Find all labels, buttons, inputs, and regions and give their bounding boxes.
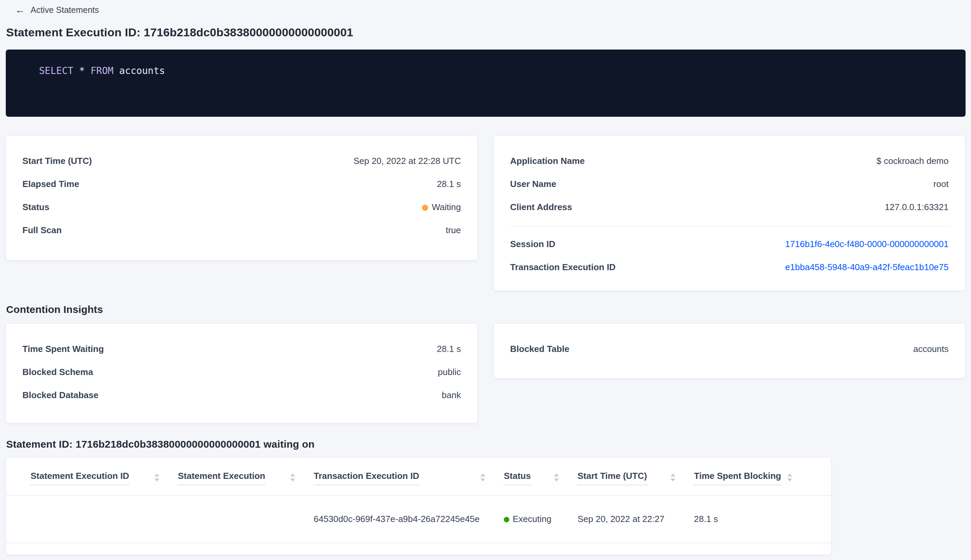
kv-row-time-spent-waiting: Time Spent Waiting 28.1 s <box>22 337 461 360</box>
blocked-schema-value: public <box>438 367 461 377</box>
blocked-schema-label: Blocked Schema <box>22 367 93 377</box>
user-name-value: root <box>933 179 949 189</box>
cell-time-spent-blocking: 28.1 s <box>694 514 811 524</box>
active-statement-details-page: ← Active Statements Statement Execution … <box>0 0 971 555</box>
client-address-label: Client Address <box>510 202 572 212</box>
contention-insights-heading: Contention Insights <box>6 304 965 315</box>
kv-row-user-name: User Name root <box>510 172 949 195</box>
column-header-label: Statement Execution <box>178 471 265 485</box>
blocked-table-value: accounts <box>913 344 949 354</box>
sql-keyword-select: SELECT <box>39 65 73 77</box>
transaction-execution-id-link[interactable]: e1bba458-5948-40a9-a42f-5feac1b10e75 <box>785 262 949 273</box>
back-arrow-icon: ← <box>15 5 25 15</box>
contention-cards-row: Time Spent Waiting 28.1 s Blocked Schema… <box>6 323 965 423</box>
cell-status-text: Executing <box>513 514 551 524</box>
waiting-on-table-header: Statement Execution ID Statement Executi… <box>6 458 831 495</box>
kv-row-application-name: Application Name $ cockroach demo <box>510 149 949 172</box>
breadcrumb-label: Active Statements <box>30 5 99 15</box>
column-header-statement-execution[interactable]: Statement Execution <box>178 467 314 485</box>
blocked-database-label: Blocked Database <box>22 390 98 400</box>
column-header-transaction-execution-id[interactable]: Transaction Execution ID <box>314 467 504 485</box>
start-time-label: Start Time (UTC) <box>22 156 92 166</box>
kv-row-blocked-table: Blocked Table accounts <box>510 337 949 360</box>
status-value-text: Waiting <box>432 202 461 212</box>
full-scan-label: Full Scan <box>22 225 62 235</box>
sort-icon[interactable] <box>155 473 159 482</box>
sort-icon[interactable] <box>554 473 559 482</box>
blocked-table-label: Blocked Table <box>510 344 569 354</box>
kv-row-start-time: Start Time (UTC) Sep 20, 2022 at 22:28 U… <box>22 149 461 172</box>
kv-row-transaction-execution-id: Transaction Execution ID e1bba458-5948-4… <box>510 255 949 278</box>
cell-start-time: Sep 20, 2022 at 22:27 <box>577 514 694 524</box>
client-address-value: 127.0.0.1:63321 <box>885 202 949 212</box>
executing-status-dot-icon <box>504 517 509 522</box>
user-name-label: User Name <box>510 179 556 189</box>
sort-icon[interactable] <box>787 473 792 482</box>
column-header-statement-execution-id[interactable]: Statement Execution ID <box>30 467 178 485</box>
status-value: Waiting <box>422 202 461 212</box>
elapsed-time-label: Elapsed Time <box>22 179 79 189</box>
session-id-link[interactable]: 1716b1f6-4e0c-f480-0000-000000000001 <box>785 239 949 250</box>
time-spent-waiting-value: 28.1 s <box>437 344 461 354</box>
kv-row-session-id: Session ID 1716b1f6-4e0c-f480-0000-00000… <box>510 232 949 255</box>
application-name-value: $ cockroach demo <box>877 156 949 166</box>
cell-transaction-execution-id: 64530d0c-969f-437e-a9b4-26a72245e45e <box>314 514 504 524</box>
column-header-status[interactable]: Status <box>504 467 577 485</box>
kv-row-elapsed-time: Elapsed Time 28.1 s <box>22 172 461 195</box>
column-header-label: Start Time (UTC) <box>577 471 647 485</box>
cell-status: Executing <box>504 514 577 524</box>
blocked-database-value: bank <box>442 390 461 400</box>
kv-row-client-address: Client Address 127.0.0.1:63321 <box>510 195 949 218</box>
column-header-label: Statement Execution ID <box>30 471 129 485</box>
status-label: Status <box>22 202 49 212</box>
waiting-on-heading: Statement ID: 1716b218dc0b38380000000000… <box>6 438 965 450</box>
session-overview-card: Application Name $ cockroach demo User N… <box>494 135 966 291</box>
execution-overview-card: Start Time (UTC) Sep 20, 2022 at 22:28 U… <box>6 135 478 260</box>
kv-row-blocked-database: Blocked Database bank <box>22 383 461 407</box>
session-id-label: Session ID <box>510 239 556 250</box>
full-scan-value: true <box>446 225 461 235</box>
table-row: 64530d0c-969f-437e-a9b4-26a72245e45e Exe… <box>6 495 831 543</box>
sql-star: * <box>79 65 85 77</box>
sort-icon[interactable] <box>290 473 295 482</box>
elapsed-time-value: 28.1 s <box>437 179 461 189</box>
blocked-table-card: Blocked Table accounts <box>494 323 966 378</box>
page-title: Statement Execution ID: 1716b218dc0b3838… <box>6 26 965 39</box>
kv-row-blocked-schema: Blocked Schema public <box>22 360 461 383</box>
column-header-label: Status <box>504 471 531 485</box>
sql-keyword-from: FROM <box>91 65 113 77</box>
transaction-execution-id-label: Transaction Execution ID <box>510 262 616 273</box>
card-divider <box>510 226 949 227</box>
time-spent-waiting-label: Time Spent Waiting <box>22 344 104 354</box>
back-to-active-statements-link[interactable]: ← Active Statements <box>15 4 965 16</box>
column-header-label: Time Spent Blocking <box>694 471 781 485</box>
column-header-start-time[interactable]: Start Time (UTC) <box>577 467 694 485</box>
sql-table-name: accounts <box>119 65 165 77</box>
start-time-value: Sep 20, 2022 at 22:28 UTC <box>354 156 461 166</box>
column-header-time-spent-blocking[interactable]: Time Spent Blocking <box>694 467 811 485</box>
contention-details-card: Time Spent Waiting 28.1 s Blocked Schema… <box>6 323 478 423</box>
application-name-label: Application Name <box>510 156 585 166</box>
sql-statement-box: SELECT * FROM accounts <box>6 50 966 117</box>
sort-icon[interactable] <box>480 473 485 482</box>
kv-row-full-scan: Full Scan true <box>22 218 461 242</box>
overview-cards-row: Start Time (UTC) Sep 20, 2022 at 22:28 U… <box>6 135 965 291</box>
sort-icon[interactable] <box>671 473 675 482</box>
waiting-on-table: Statement Execution ID Statement Executi… <box>6 457 831 555</box>
waiting-status-dot-icon <box>422 205 428 211</box>
kv-row-status: Status Waiting <box>22 195 461 218</box>
column-header-label: Transaction Execution ID <box>314 471 419 485</box>
